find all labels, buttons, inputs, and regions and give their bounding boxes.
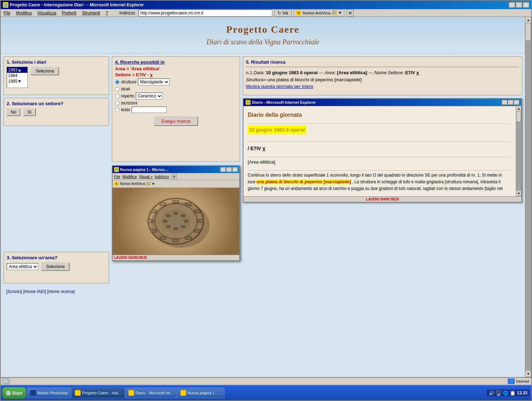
restore-button[interactable]: □ xyxy=(516,2,522,8)
scroll-thumb[interactable] xyxy=(517,112,521,122)
popup-minimize-btn[interactable]: ─ xyxy=(220,167,226,172)
radio-iscrizioni[interactable] xyxy=(115,101,120,106)
scroll-up-button[interactable]: ▲ xyxy=(516,106,521,112)
section4-settore-label: Settore = E7IV - χ xyxy=(115,72,237,77)
diario-restore-btn[interactable]: □ xyxy=(508,100,513,105)
systray-icon-1: 🔊 xyxy=(489,390,494,396)
diario-close-btn[interactable]: ✕ xyxy=(514,100,519,105)
diario-scrollbar[interactable]: ▲ ▼ xyxy=(516,106,521,197)
section4-title: 4. Ricerche possibili in xyxy=(115,59,237,65)
systray-icon-2: 🖥️ xyxy=(496,390,501,396)
minimize-button[interactable]: ─ xyxy=(509,2,515,8)
testo-input[interactable] xyxy=(132,107,167,113)
close-button[interactable]: ✕ xyxy=(523,2,529,8)
si-button[interactable]: Sì xyxy=(23,108,36,116)
menu-modifica[interactable]: Modifica xyxy=(14,10,33,16)
result-area-value: [Area ellittica] xyxy=(337,70,367,75)
menu-file[interactable]: File xyxy=(2,10,12,16)
popup-status-text: LAUDIO BARCHESI xyxy=(114,256,147,260)
result-data-value: 10 giugno 1983 6 operai xyxy=(266,70,317,75)
strutture-select[interactable]: Marciapiede Altro xyxy=(138,78,170,85)
start-button[interactable]: ⊞ Start xyxy=(2,387,26,399)
result-nome-settore-label: Nome Settore: xyxy=(374,70,405,75)
browser-window: 🌐 Progetto Caere - Interrogazione Diari … xyxy=(0,0,532,401)
year-1985[interactable]: 1985▼ xyxy=(7,78,27,84)
address-label: Indirizzo xyxy=(119,11,135,15)
year-1983[interactable]: 1983▲ xyxy=(7,67,27,73)
popup-toolbar-icon[interactable]: ⊞ xyxy=(171,174,177,179)
result-link[interactable]: Mostra questa giornata per intero xyxy=(246,84,314,89)
radio-strati[interactable] xyxy=(115,87,120,91)
area-select[interactable]: Area ellittica Area B Area C xyxy=(7,263,38,270)
year-1984[interactable]: 1984 xyxy=(7,73,27,78)
status-bar: 🔄 🌐 Internet xyxy=(1,377,531,385)
go-label: Vai xyxy=(282,11,288,15)
toolbar-icon-1[interactable]: ⊞ xyxy=(347,9,354,17)
radio-reperto[interactable] xyxy=(115,94,120,98)
section1-select-button[interactable]: Seleziona xyxy=(31,67,59,75)
diary-listbox[interactable]: 1983▲ 1984 1985▼ xyxy=(7,67,28,88)
norton-antivirus-badge[interactable]: N Norton AntiVirus 🖼️ ▼ xyxy=(293,9,344,17)
link-home-iaei[interactable]: [Home IAEI] xyxy=(23,289,46,294)
browser-icon: 🌐 xyxy=(3,2,8,8)
execute-search-button[interactable]: Esegui ricerca xyxy=(154,116,198,126)
diario-icon: 🌐 xyxy=(246,100,251,105)
address-input[interactable] xyxy=(139,9,272,17)
label-testo: testo xyxy=(121,107,130,112)
go-button[interactable]: ↻ Vai xyxy=(274,9,291,17)
scroll-track xyxy=(516,112,521,191)
diario-title-label: Diario - Microsoft Internet Explorer xyxy=(252,100,316,104)
menu-strumenti[interactable]: Strumenti xyxy=(81,10,101,16)
diario-minimize-btn[interactable]: ─ xyxy=(502,100,507,105)
right-column: 5. Risultati ricerca n.1 Data: 10 giugno… xyxy=(243,56,522,297)
popup-menu-bar: File Modifica Visual » Indirizzo ⊞ xyxy=(113,173,239,180)
section5-box: 5. Risultati ricerca n.1 Data: 10 giugno… xyxy=(243,56,522,95)
popup-close-btn[interactable]: ✕ xyxy=(232,167,238,172)
norton-label: Norton AntiVirus xyxy=(303,11,331,15)
popup-menu-indirizzo[interactable]: Indirizzo xyxy=(155,174,169,179)
popup-window: 🌐 Nuova pagina 1 - Micros... ─ □ ✕ File xyxy=(112,165,240,261)
taskbar: ⊞ Start Adobe Photoshop Progetto Caere -… xyxy=(1,385,531,400)
popup-menu-visual[interactable]: Visual » xyxy=(139,174,153,179)
main-scroll-down[interactable]: ▼ xyxy=(525,371,531,377)
archaeological-image xyxy=(113,188,239,255)
reperto-select[interactable]: Ceramico Altro xyxy=(136,93,163,100)
menu-visualizza[interactable]: Visualizza xyxy=(36,10,58,16)
section3-area-row: Area ellittica Area B Area C Seleziona xyxy=(7,262,106,271)
internet-label: Internet xyxy=(516,379,529,383)
menu-help[interactable]: ? xyxy=(104,10,110,16)
main-scroll-track xyxy=(525,23,531,371)
main-scroll-up[interactable]: ▲ xyxy=(525,17,531,23)
result-struttura-label: Struttura= xyxy=(246,77,267,82)
diario-content: Diario della giornata 10 giugno 1983 6 o… xyxy=(243,106,516,197)
taskbar-label-progetto: Progetto Caere - Inte... xyxy=(82,391,121,395)
main-scrollbar[interactable]: ▲ ▼ xyxy=(525,17,531,377)
diario-author: LAUDIO BARCHESI xyxy=(366,197,399,201)
popup-status-bar: LAUDIO BARCHESI xyxy=(113,255,239,260)
taskbar-item-photoshop[interactable]: Adobe Photoshop xyxy=(27,388,71,398)
taskbar-label-nuova: Nuova pagina 1 - ... xyxy=(188,391,221,395)
scroll-down-button[interactable]: ▼ xyxy=(516,191,521,196)
radio-testo[interactable] xyxy=(115,108,120,112)
popup-menu-file[interactable]: File xyxy=(114,174,120,179)
popup-restore-btn[interactable]: □ xyxy=(226,167,232,172)
popup-menu-modifica[interactable]: Modifica xyxy=(122,174,137,179)
taskbar-item-diario[interactable]: Diario - Microsoft Int... xyxy=(125,388,177,398)
taskbar-item-progetto[interactable]: Progetto Caere - Inte... xyxy=(72,388,125,398)
diario-area: [Area ellittica] xyxy=(248,159,510,166)
link-home-ricerca[interactable]: [Home ricerca] xyxy=(47,289,75,294)
section3-select-button[interactable]: Seleziona xyxy=(41,262,70,271)
popup-norton-badge[interactable]: N Norton AntiVirus 🖼️ ▼ xyxy=(114,182,155,186)
diario-date: 10 giugno 1983 6 operai xyxy=(248,125,306,134)
taskbar-item-nuova[interactable]: Nuova pagina 1 - ... xyxy=(177,388,224,398)
taskbar-icon-nuova xyxy=(180,390,186,396)
popup-icon: 🌐 xyxy=(114,167,119,172)
main-scroll-thumb[interactable] xyxy=(526,23,531,41)
radio-strutture[interactable] xyxy=(115,80,120,84)
diario-settore: / E7IV χ xyxy=(248,145,510,152)
link-scrivici[interactable]: [Scrivici] xyxy=(6,289,22,294)
menu-preferiti[interactable]: Preferiti xyxy=(61,10,78,16)
no-button[interactable]: No xyxy=(7,108,20,116)
section4-area-label: Area = 'Area ellittica' xyxy=(115,66,237,71)
label-iscrizioni: iscrizioni xyxy=(121,101,137,106)
